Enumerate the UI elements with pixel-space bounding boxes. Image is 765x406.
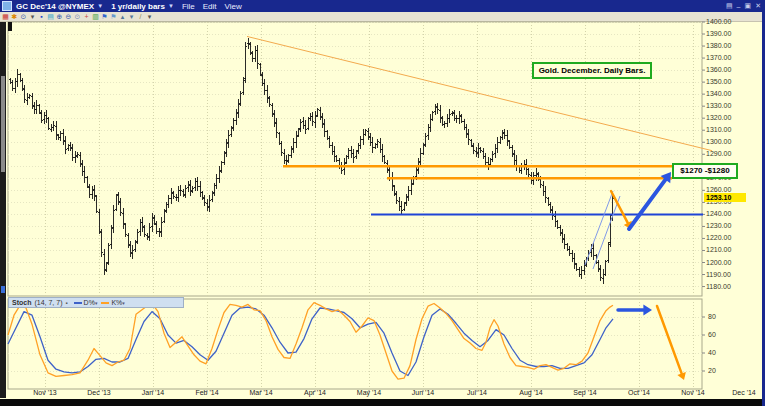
date-tick-label: Nov '14 [681, 389, 705, 396]
last-price-badge: 1253.10 [704, 193, 746, 202]
date-tick-label: Jul '14 [467, 389, 487, 396]
price-tick-label: 1210.00 [706, 246, 758, 253]
date-tick-label: Sep '14 [573, 389, 597, 396]
price-tick-label: 1230.00 [706, 222, 758, 229]
d-line-caret-icon[interactable]: ▾ [95, 300, 98, 306]
study-name[interactable]: Stoch [12, 299, 31, 306]
study-label-strip[interactable]: Stoch (14, 7, 7) ▪ D% ▾ K% ▾ [8, 297, 184, 308]
date-tick-label: Nov '13 [33, 389, 57, 396]
stoch-tick-label: 40 [708, 349, 716, 356]
note-annotation-box[interactable]: Gold. December. Daily Bars. [532, 62, 652, 79]
price-tick-label: 1350.00 [706, 78, 758, 85]
date-tick-label: Jan '14 [142, 389, 164, 396]
link-icon [1, 286, 5, 293]
study-params: (14, 7, 7) [34, 299, 62, 306]
price-tick-label: 1380.00 [706, 42, 758, 49]
price-tick-label: 1290.00 [706, 150, 758, 157]
date-tick-label: Dec '14 [732, 389, 756, 396]
k-line-caret-icon[interactable]: ▾ [122, 300, 125, 306]
d-line-swatch [74, 302, 82, 304]
stoch-tick-label: 60 [708, 331, 716, 338]
price-tick-label: 1390.00 [706, 30, 758, 37]
price-tick-label: 1310.00 [706, 126, 758, 133]
date-tick-label: Dec '13 [87, 389, 111, 396]
price-tick-label: 1340.00 [706, 90, 758, 97]
price-tick-label: 1320.00 [706, 114, 758, 121]
date-tick-label: Jun '14 [412, 389, 434, 396]
price-tick-label: 1220.00 [706, 234, 758, 241]
k-line-swatch [101, 302, 109, 304]
price-tick-label: 1300.00 [706, 138, 758, 145]
d-line-label[interactable]: D% [84, 299, 95, 306]
price-tick-label: 1180.00 [706, 283, 758, 290]
date-tick-label: May '14 [357, 389, 381, 396]
date-tick-label: Mar '14 [249, 389, 272, 396]
study-expand-icon[interactable]: ▪ [65, 300, 67, 306]
scrollbar-thumb[interactable] [1, 76, 5, 172]
bottom-window-edge [0, 399, 765, 406]
price-tick-label: 1190.00 [706, 271, 758, 278]
price-tick-label: 1400.00 [706, 18, 758, 25]
date-tick-label: Apr '14 [304, 389, 326, 396]
date-tick-label: Aug '14 [519, 389, 543, 396]
price-tick-label: 1200.00 [706, 259, 758, 266]
date-tick-label: Feb '14 [195, 389, 218, 396]
price-tick-label: 1240.00 [706, 210, 758, 217]
price-tick-label: 1360.00 [706, 66, 758, 73]
collapse-handle[interactable] [8, 22, 12, 31]
price-tick-label: 1370.00 [706, 54, 758, 61]
date-tick-label: Oct '14 [628, 389, 650, 396]
k-line-label[interactable]: K% [111, 299, 122, 306]
main-chart-canvas[interactable] [0, 0, 765, 406]
vertical-scrollbar[interactable] [0, 22, 6, 398]
target-annotation-box[interactable]: $1270 -$1280 [672, 163, 738, 179]
chart-window: GC Dec'14 @NYMEX ▼ 1 yr/daily bars ▼ Fil… [0, 0, 765, 406]
price-tick-label: 1330.00 [706, 102, 758, 109]
stoch-tick-label: 20 [708, 367, 716, 374]
stoch-tick-label: 80 [708, 313, 716, 320]
